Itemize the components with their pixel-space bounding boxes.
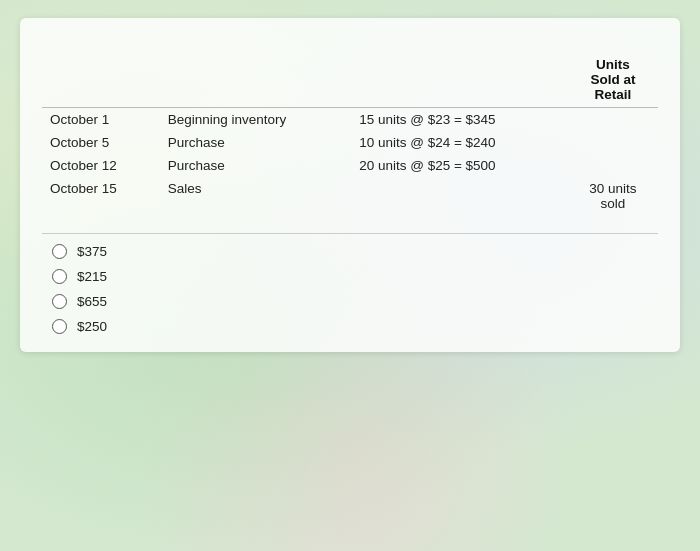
cell-date-3: October 15 bbox=[42, 177, 160, 215]
radio-c[interactable] bbox=[52, 294, 67, 309]
cell-units-acquired-1: 10 units @ $24 = $240 bbox=[351, 131, 568, 154]
divider bbox=[42, 233, 658, 234]
table-row: October 1Beginning inventory15 units @ $… bbox=[42, 108, 658, 132]
col-header-activities bbox=[160, 54, 351, 108]
cell-units-acquired-3 bbox=[351, 177, 568, 215]
option-label-a: $375 bbox=[77, 244, 107, 259]
cell-units-acquired-2: 20 units @ $25 = $500 bbox=[351, 154, 568, 177]
cell-date-0: October 1 bbox=[42, 108, 160, 132]
radio-d[interactable] bbox=[52, 319, 67, 334]
option-item-d[interactable]: $250 bbox=[52, 319, 658, 334]
cell-units-sold-0 bbox=[568, 108, 658, 132]
radio-a[interactable] bbox=[52, 244, 67, 259]
radio-b[interactable] bbox=[52, 269, 67, 284]
option-item-a[interactable]: $375 bbox=[52, 244, 658, 259]
option-item-c[interactable]: $655 bbox=[52, 294, 658, 309]
cell-activity-0: Beginning inventory bbox=[160, 108, 351, 132]
table-row: October 5Purchase10 units @ $24 = $240 bbox=[42, 131, 658, 154]
cell-units-sold-1 bbox=[568, 131, 658, 154]
col-header-units-acquired bbox=[351, 54, 568, 108]
option-label-c: $655 bbox=[77, 294, 107, 309]
col-header-date bbox=[42, 54, 160, 108]
question-card: UnitsSold atRetail October 1Beginning in… bbox=[20, 18, 680, 352]
options-section: $375$215$655$250 bbox=[42, 244, 658, 334]
inventory-table: UnitsSold atRetail October 1Beginning in… bbox=[42, 54, 658, 215]
option-label-d: $250 bbox=[77, 319, 107, 334]
cell-units-sold-2 bbox=[568, 154, 658, 177]
cell-date-1: October 5 bbox=[42, 131, 160, 154]
option-label-b: $215 bbox=[77, 269, 107, 284]
option-item-b[interactable]: $215 bbox=[52, 269, 658, 284]
cell-activity-3: Sales bbox=[160, 177, 351, 215]
data-table-container: UnitsSold atRetail October 1Beginning in… bbox=[42, 54, 658, 215]
table-row: October 15Sales30 unitssold bbox=[42, 177, 658, 215]
cell-activity-2: Purchase bbox=[160, 154, 351, 177]
cell-activity-1: Purchase bbox=[160, 131, 351, 154]
cell-date-2: October 12 bbox=[42, 154, 160, 177]
table-row: October 12Purchase20 units @ $25 = $500 bbox=[42, 154, 658, 177]
cell-units-sold-3: 30 unitssold bbox=[568, 177, 658, 215]
cell-units-acquired-0: 15 units @ $23 = $345 bbox=[351, 108, 568, 132]
col-header-units-sold: UnitsSold atRetail bbox=[568, 54, 658, 108]
